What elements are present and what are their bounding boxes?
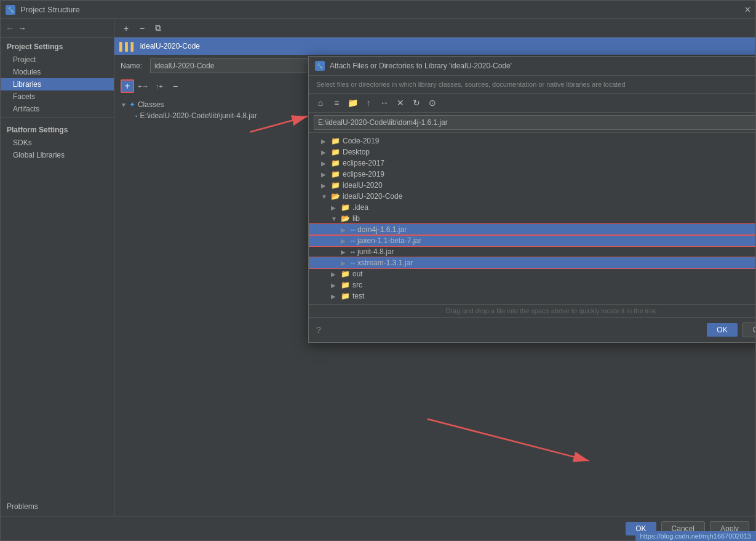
sidebar-divider	[1, 118, 114, 118]
folder-icon: 📁	[331, 181, 340, 190]
folder-icon: 📂	[341, 214, 350, 223]
expand-icon: ▶	[331, 282, 338, 289]
drag-hint: Drag and drop a file into the space abov…	[309, 304, 755, 317]
sidebar: ← → Project Settings Project Modules Lib…	[1, 19, 114, 516]
attach-javadoc-button[interactable]: ↑+	[153, 79, 166, 93]
tree-item-dom4j[interactable]: ▶ ▪▪ dom4j-1.6.1.jar	[309, 224, 755, 235]
folder-icon: 📁	[341, 292, 350, 300]
tree-item-idealu2020code[interactable]: ▼ 📂 idealU-2020-Code	[309, 191, 755, 202]
expand-icon: ▶	[341, 238, 348, 244]
dialog-buttons: ? OK Cancel	[309, 317, 755, 342]
dialog-link-button[interactable]: ⊙	[426, 96, 439, 110]
tree-item-jaxen[interactable]: ▶ ▪▪ jaxen-1.1-beta-7.jar	[309, 235, 755, 246]
expand-icon: ▶	[341, 226, 348, 233]
dialog-title-text: Attach Files or Directories to Library '…	[330, 62, 512, 70]
sidebar-item-facets[interactable]: Facets	[1, 90, 114, 103]
nav-arrows: ← →	[1, 19, 114, 38]
content-area: ← → Project Settings Project Modules Lib…	[1, 19, 755, 516]
main-window: 🔧 Project Structure × ← → Project Settin…	[0, 0, 756, 541]
folder-icon: 📁	[341, 281, 350, 289]
jar-icon: ▪▪	[351, 238, 355, 244]
folder-icon: 📁	[331, 148, 340, 156]
dialog-delete-button[interactable]: ✕	[394, 96, 407, 110]
jar-icon: ▪	[135, 113, 138, 119]
expand-icon: ▶	[321, 182, 328, 189]
add-classes-button[interactable]: +	[121, 79, 134, 93]
jar-file-path: E:\idealU-2020-Code\lib\junit-4.8.jar	[140, 111, 257, 120]
classes-node-icon: ✦	[129, 100, 135, 109]
folder-icon: 📁	[331, 137, 340, 145]
folder-icon: 📁	[331, 159, 340, 167]
dialog-up-button[interactable]: ↑	[362, 96, 375, 110]
jar-icon: ▪▪	[351, 260, 355, 266]
forward-arrow[interactable]: →	[18, 23, 26, 33]
library-header-item[interactable]: ▌▌▌ idealU-2020-Code	[114, 38, 755, 55]
svg-line-3	[428, 419, 589, 461]
path-row: ▾	[309, 113, 755, 133]
expand-icon: ▶	[321, 149, 328, 156]
sidebar-item-global-libraries[interactable]: Global Libraries	[1, 149, 114, 161]
folder-icon: 📁	[341, 270, 350, 278]
sidebar-item-project[interactable]: Project	[1, 54, 114, 66]
url-bar: https://blog.csdn.net/mjh1667002013	[635, 531, 756, 541]
back-arrow[interactable]: ←	[6, 23, 14, 33]
sidebar-item-artifacts[interactable]: Artifacts	[1, 103, 114, 115]
dialog-ok-button[interactable]: OK	[707, 323, 737, 337]
tree-item-code2019[interactable]: ▶ 📁 Code-2019	[309, 135, 755, 146]
dialog-toolbar: ⌂ ≡ 📁 ↑ ↔ ✕ ↻ ⊙ Hide path	[309, 94, 755, 113]
tree-item-test[interactable]: ▶ 📁 test	[309, 291, 755, 302]
add-library-button[interactable]: +	[119, 22, 133, 35]
dialog-description: Select files or directories in which lib…	[309, 76, 755, 94]
tree-item-idealu2020[interactable]: ▶ 📁 idealU-2020	[309, 180, 755, 191]
path-input[interactable]	[314, 115, 755, 130]
help-button[interactable]: ?	[316, 325, 321, 335]
sidebar-item-sdks[interactable]: SDKs	[1, 137, 114, 149]
name-label: Name:	[121, 62, 145, 70]
expand-icon: ▶	[321, 160, 328, 167]
problems-section[interactable]: Problems	[1, 497, 114, 516]
dialog-home-button[interactable]: ⌂	[314, 96, 327, 110]
expand-icon: ▶	[331, 204, 338, 211]
window-close-button[interactable]: ×	[745, 5, 750, 15]
tree-item-junit[interactable]: ▶ ▪▪ junit-4.8.jar	[309, 246, 755, 257]
jar-icon: ▪▪	[351, 249, 355, 255]
classes-expand-icon[interactable]: ▼	[121, 102, 127, 108]
tree-item-out[interactable]: ▶ 📁 out	[309, 268, 755, 279]
expand-icon: ▶	[321, 171, 328, 178]
library-header-name: idealU-2020-Code	[140, 42, 200, 50]
tree-item-xstream[interactable]: ▶ ▪▪ xstream-1.3.1.jar	[309, 257, 755, 268]
expand-icon: ▶	[331, 271, 338, 278]
folder-icon: 📁	[341, 203, 350, 212]
sidebar-item-libraries[interactable]: Libraries	[1, 78, 114, 90]
expand-icon: ▶	[341, 249, 348, 255]
window-title: Project Structure	[20, 5, 80, 14]
attach-dialog: 🔧 Attach Files or Directories to Library…	[308, 56, 755, 343]
tree-item-idea[interactable]: ▶ 📁 .idea	[309, 202, 755, 213]
dialog-title-bar: 🔧 Attach Files or Directories to Library…	[309, 57, 755, 76]
tree-item-eclipse2017[interactable]: ▶ 📁 eclipse-2017	[309, 158, 755, 169]
tree-item-src[interactable]: ▶ 📁 src	[309, 279, 755, 291]
jar-icon: ▪▪	[351, 226, 355, 233]
expand-icon: ▼	[331, 215, 338, 222]
sidebar-item-modules[interactable]: Modules	[1, 66, 114, 78]
dialog-list-button[interactable]: ≡	[330, 96, 343, 110]
dialog-expand-button[interactable]: ↔	[378, 96, 391, 110]
attach-sources-button[interactable]: +→	[137, 79, 150, 93]
tree-item-eclipse2019[interactable]: ▶ 📁 eclipse-2019	[309, 169, 755, 180]
copy-library-button[interactable]: ⧉	[151, 22, 165, 35]
remove-class-button[interactable]: −	[169, 79, 182, 93]
dialog-cancel-button[interactable]: Cancel	[742, 323, 755, 337]
dialog-refresh-button[interactable]: ↻	[410, 96, 423, 110]
file-tree: ▶ 📁 Code-2019 ▶ 📁 Desktop ▶ 📁 eclip	[309, 133, 755, 304]
expand-icon: ▶	[321, 138, 328, 145]
expand-icon: ▼	[321, 193, 328, 200]
remove-library-button[interactable]: −	[135, 22, 149, 35]
expand-icon: ▶	[331, 293, 338, 300]
expand-icon: ▶	[341, 260, 348, 266]
dialog-folder-button[interactable]: 📁	[346, 96, 359, 110]
tree-item-lib[interactable]: ▼ 📂 lib	[309, 213, 755, 224]
dialog-app-icon: 🔧	[315, 61, 325, 71]
dialog-title-left: 🔧 Attach Files or Directories to Library…	[315, 61, 512, 71]
tree-item-desktop[interactable]: ▶ 📁 Desktop	[309, 146, 755, 158]
app-icon: 🔧	[6, 5, 15, 15]
